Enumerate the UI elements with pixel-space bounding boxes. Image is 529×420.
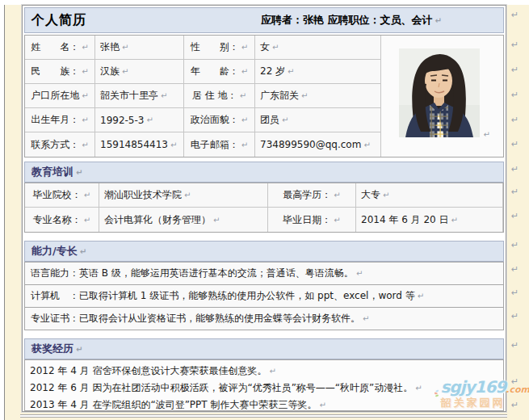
field-value: 汉族 xyxy=(100,65,120,78)
personal-info-grid: 姓 名：↵ 张艳↵ 性 别：↵ 女↵ 民 族：↵ 汉族↵ 年 龄：↵ 22 岁↵… xyxy=(25,36,381,157)
cell-mark-icon: ↵ xyxy=(288,67,294,76)
field-value: 1992-5-3 xyxy=(100,115,144,126)
cell-mark-icon: ↵ xyxy=(334,216,340,225)
cell-mark-icon: ↵ xyxy=(82,43,88,52)
field-label: 毕业院校： xyxy=(33,188,82,202)
school-label-cell: 毕业院校：↵ xyxy=(25,183,99,208)
contact-value-cell: 15914854413↵ xyxy=(95,132,184,157)
cell-mark-icon: ↵ xyxy=(334,191,340,200)
cell-mark-icon: ↵ xyxy=(356,269,363,278)
cell-mark-icon: ↵ xyxy=(241,141,248,149)
skill-row-computer: 计算机 ：已取得计算机 1 级证书，能够熟练的使用办公软件，如 ppt、exce… xyxy=(24,284,504,308)
residence-value-cell: 广东韶关↵ xyxy=(255,84,381,108)
table-row: 户口所在地↵ 韶关市十里亭↵ 居 住 地：↵ 广东韶关↵ xyxy=(25,84,381,108)
cell-mark-icon: ↵ xyxy=(363,141,370,149)
paragraph-mark-icon: ↵ xyxy=(435,16,442,25)
cell-mark-icon: ↵ xyxy=(241,67,248,76)
paragraph-mark-icon: ↵ xyxy=(511,40,519,50)
degree-value-cell: 大专↵ xyxy=(356,183,503,208)
section-header-education: 教育培训↵ xyxy=(24,162,504,183)
field-value: 大专 xyxy=(361,188,380,202)
field-label: 联系方式： xyxy=(31,138,79,152)
skill-row-certificate: 专业证书：已取得会计从业资格证书，能够熟练的使用金蝶等会计财务软件。↵ xyxy=(24,307,504,330)
field-label: 出生年月： xyxy=(31,113,79,127)
paragraph-mark-icon: ↵ xyxy=(511,211,519,221)
field-value: 潮汕职业技术学院 xyxy=(104,188,182,202)
field-label: 电子邮箱： xyxy=(191,138,239,152)
field-label: 毕业日期： xyxy=(283,213,331,227)
id-photo xyxy=(399,48,480,137)
paragraph-mark-icon: ↵ xyxy=(80,247,86,256)
resume-title: 个人简历 xyxy=(25,12,86,29)
field-value: 团员 xyxy=(260,113,279,127)
paragraph-mark-icon: ↵ xyxy=(269,367,275,376)
field-label: 年 龄： xyxy=(191,65,239,78)
contact-label-cell: 联系方式：↵ xyxy=(25,132,95,157)
paragraph-mark-icon: ↵ xyxy=(511,187,519,197)
field-label: 性 别： xyxy=(191,40,239,54)
residence-label-cell: 居 住 地：↵ xyxy=(184,84,255,108)
award-line: 2012 年 6 月 因为在社团活动中积极活跃，被评为“优秀社员”称号——“秋叶… xyxy=(30,380,498,397)
household-label-cell: 户口所在地↵ xyxy=(25,84,95,108)
table-row: 联系方式：↵ 15914854413↵ 电子邮箱：↵ 734899590@qq.… xyxy=(25,132,381,157)
cell-mark-icon: ↵ xyxy=(272,43,279,52)
field-value: 张艳 xyxy=(100,40,120,54)
name-value-cell: 张艳↵ xyxy=(95,36,184,60)
cell-mark-icon: ↵ xyxy=(82,67,88,76)
cell-mark-icon: ↵ xyxy=(82,141,88,149)
award-text: 2012 年 4 月 宿舍环保创意设计大赛荣获最佳创意奖。 xyxy=(30,365,267,376)
cell-mark-icon: ↵ xyxy=(213,216,220,225)
paragraph-mark-icon: ↵ xyxy=(511,10,519,20)
field-label: 最高学历： xyxy=(283,188,331,202)
gender-label-cell: 性 别：↵ xyxy=(184,36,255,60)
cell-mark-icon: ↵ xyxy=(84,191,90,200)
cell-mark-icon: ↵ xyxy=(161,91,167,100)
cell-mark-icon: ↵ xyxy=(383,191,389,200)
graduation-label-cell: 毕业日期：↵ xyxy=(268,208,356,232)
cell-mark-icon: ↵ xyxy=(82,116,88,124)
paragraph-mark-icon: ↵ xyxy=(511,376,519,387)
paragraph-mark-icon: ↵ xyxy=(511,90,519,100)
id-photo-cell: ↵ xyxy=(381,36,503,157)
paragraph-mark-icon: ↵ xyxy=(511,340,519,351)
paragraph-mark-icon: ↵ xyxy=(511,311,519,321)
field-label: 民 族： xyxy=(31,65,79,78)
school-value-cell: 潮汕职业技术学院↵ xyxy=(99,183,268,208)
field-value: 广东韶关 xyxy=(260,89,299,103)
awards-body: 2012 年 4 月 宿舍环保创意设计大赛荣获最佳创意奖。↵ 2012 年 6 … xyxy=(24,359,504,411)
cell-mark-icon: ↵ xyxy=(484,130,490,139)
email-value-cell: 734899590@qq.com↵ xyxy=(255,132,381,157)
award-text: 2013 年 4 月 在学院组织的“波司登”PPT 制作大赛中荣获三等奖。 xyxy=(30,399,317,410)
graduation-value-cell: 2014 年 6 月 20 日↵ xyxy=(356,208,503,232)
paragraph-mark-icon: ↵ xyxy=(511,164,519,174)
field-value: 22 岁 xyxy=(260,65,285,78)
field-label: 姓 名： xyxy=(31,40,79,54)
age-value-cell: 22 岁↵ xyxy=(255,60,381,84)
degree-label-cell: 最高学历：↵ xyxy=(268,183,356,208)
name-label-cell: 姓 名：↵ xyxy=(25,36,95,60)
cell-mark-icon: ↵ xyxy=(418,292,424,300)
paragraph-mark-icon: ↵ xyxy=(511,139,519,149)
field-value: 734899590@qq.com xyxy=(260,139,361,150)
award-line: 2012 年 4 月 宿舍环保创意设计大赛荣获最佳创意奖。↵ xyxy=(30,363,498,380)
section-title: 能力/专长 xyxy=(31,245,78,257)
table-row: 毕业院校：↵ 潮汕职业技术学院↵ 最高学历：↵ 大专↵ xyxy=(25,183,503,208)
paragraph-mark-icon: ↵ xyxy=(511,400,519,410)
cell-mark-icon: ↵ xyxy=(301,91,308,100)
resume-title-bar: 个人简历 应聘者：张艳 应聘职位：文员、会计↵ xyxy=(24,7,504,33)
page-left-margin xyxy=(0,0,5,420)
paragraph-mark-icon: ↵ xyxy=(319,401,325,410)
field-value: 2014 年 6 月 20 日 xyxy=(361,213,449,227)
cell-mark-icon: ↵ xyxy=(363,314,369,323)
table-row: 专业名称：↵ 会计电算化（财务管理）↵ 毕业日期：↵ 2014 年 6 月 20… xyxy=(25,208,503,232)
applicant-info: 应聘者：张艳 应聘职位：文员、会计↵ xyxy=(261,13,442,27)
field-label: 居 住 地： xyxy=(192,89,237,103)
cell-mark-icon: ↵ xyxy=(451,216,458,225)
paragraph-mark-icon: ↵ xyxy=(511,288,519,298)
field-value: 15914854413 xyxy=(100,139,168,150)
skill-text: 专业证书：已取得会计从业资格证书，能够熟练的使用金蝶等会计财务软件。 xyxy=(31,312,360,326)
major-value-cell: 会计电算化（财务管理）↵ xyxy=(99,208,268,232)
field-label: 专业名称： xyxy=(33,213,82,227)
email-label-cell: 电子邮箱：↵ xyxy=(184,132,255,157)
cell-mark-icon: ↵ xyxy=(282,116,288,124)
